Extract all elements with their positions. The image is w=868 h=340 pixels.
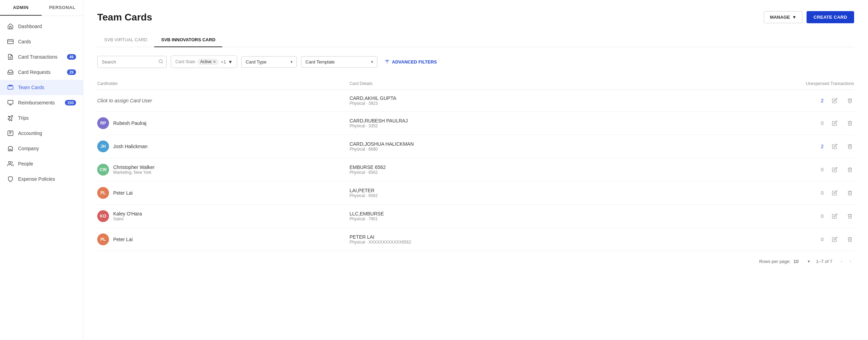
cardholder-cell: KO Kaley O'Hara Sales — [97, 210, 350, 222]
manage-label: MANAGE — [770, 15, 790, 20]
cardholder-cell: RP Rubesh Paulraj — [97, 117, 350, 129]
card-template-select[interactable]: Card Template — [301, 56, 377, 68]
create-card-button[interactable]: CREATE CARD — [807, 11, 854, 23]
tab-svb-virtual[interactable]: SVB VIRTUAL CARD — [97, 33, 154, 47]
badge-card-transactions: 49 — [67, 54, 76, 60]
manage-button[interactable]: MANAGE ▼ — [764, 11, 802, 23]
sidebar-item-card-requests[interactable]: Card Requests 29 — [0, 65, 83, 80]
cardholder-info: Christopher Walker Marketing, New York — [113, 164, 155, 175]
rows-per-page-select[interactable]: 10 25 50 — [793, 259, 804, 264]
active-label: Active — [200, 59, 211, 64]
transactions-cell: 0 — [602, 165, 854, 174]
tx-count: 0 — [821, 237, 824, 242]
card-state-select[interactable]: Card State Active ✕ +1 ▼ — [171, 56, 237, 68]
card-template-wrapper: Card Template ▼ — [301, 56, 377, 68]
sidebar-item-company[interactable]: Company — [0, 141, 83, 156]
tab-personal[interactable]: PERSONAL — [42, 0, 83, 16]
card-state-chevron-icon: ▼ — [228, 59, 233, 65]
sidebar-item-cards[interactable]: Cards — [0, 34, 83, 49]
avatar: PL — [97, 187, 109, 199]
cardholder-name: Kaley O'Hara — [113, 211, 142, 216]
col-cardholder: Cardholder — [97, 81, 350, 86]
cardholder-cell: PL Peter Lai — [97, 233, 350, 245]
sidebar-label-people: People — [18, 161, 76, 167]
reimbursements-icon — [7, 99, 14, 106]
card-type: Physical · 6680 — [350, 147, 602, 152]
sidebar-item-trips[interactable]: Trips — [0, 110, 83, 126]
delete-button[interactable] — [846, 119, 854, 127]
next-page-button[interactable]: › — [847, 257, 854, 266]
table-row: CW Christopher Walker Marketing, New Yor… — [97, 158, 854, 181]
svg-rect-6 — [8, 100, 13, 104]
card-type-select[interactable]: Card Type — [241, 56, 297, 68]
advanced-filters-button[interactable]: ADVANCED FILTERS — [384, 59, 437, 65]
sidebar-item-team-cards[interactable]: Team Cards — [0, 80, 83, 95]
cardholder-cell: Click to assign Card User — [97, 98, 350, 103]
sidebar: ADMIN PERSONAL Dashboard Cards Card Tran… — [0, 0, 83, 340]
cardholder-info: Peter Lai — [113, 190, 133, 196]
cardholder-name: Rubesh Paulraj — [113, 120, 147, 126]
receipt-icon — [7, 53, 14, 60]
table-header: Cardholder Card Details Unexpensed Trans… — [97, 78, 854, 90]
edit-button[interactable] — [831, 96, 839, 105]
sidebar-label-team-cards: Team Cards — [18, 85, 76, 90]
edit-button[interactable] — [831, 119, 839, 127]
card-details-cell: CARD,RUBESH PAULRAJ Physical · 3352 — [350, 118, 602, 128]
delete-button[interactable] — [846, 96, 854, 105]
sidebar-label-trips: Trips — [18, 115, 76, 121]
sidebar-label-accounting: Accounting — [18, 130, 76, 136]
manage-chevron-icon: ▼ — [792, 15, 796, 20]
col-unexpensed: Unexpensed Transactions — [602, 81, 854, 86]
tx-count: 2 — [821, 144, 824, 149]
remove-active-icon[interactable]: ✕ — [213, 60, 216, 64]
tab-svb-innovators[interactable]: SVB INNOVATORS CARD — [154, 33, 222, 47]
policy-icon — [7, 176, 14, 182]
building-icon — [7, 145, 14, 152]
delete-button[interactable] — [846, 165, 854, 174]
inbox-icon — [7, 69, 14, 76]
cardholder-info: Kaley O'Hara Sales — [113, 211, 142, 221]
sidebar-item-dashboard[interactable]: Dashboard — [0, 19, 83, 34]
plus-one-badge: +1 — [221, 59, 226, 65]
badge-reimbursements: 150 — [65, 100, 76, 105]
delete-button[interactable] — [846, 189, 854, 197]
edit-button[interactable] — [831, 165, 839, 174]
sidebar-item-people[interactable]: People — [0, 156, 83, 171]
sidebar-item-accounting[interactable]: Accounting — [0, 126, 83, 141]
card-name: CARD,JOSHUA HALICKMAN — [350, 141, 602, 147]
transactions-cell: 0 — [602, 235, 854, 244]
edit-button[interactable] — [831, 189, 839, 197]
cardholder-info: Rubesh Paulraj — [113, 120, 147, 126]
edit-button[interactable] — [831, 142, 839, 151]
delete-button[interactable] — [846, 235, 854, 244]
card-type-wrapper: Card Type ▼ — [241, 56, 297, 68]
cardholder-info: Josh Halickman — [113, 144, 148, 149]
table-row: PL Peter Lai LAI,PETER Physical · 6562 0 — [97, 181, 854, 205]
sidebar-item-card-transactions[interactable]: Card Transactions 49 — [0, 49, 83, 65]
search-box — [97, 56, 167, 68]
rows-per-page: Rows per page: 10 25 50 ▼ — [759, 259, 810, 264]
header-actions: MANAGE ▼ CREATE CARD — [764, 11, 854, 23]
edit-button[interactable] — [831, 212, 839, 220]
edit-button[interactable] — [831, 235, 839, 244]
transactions-cell: 0 — [602, 119, 854, 127]
team-cards-icon — [7, 84, 14, 91]
sidebar-item-reimbursements[interactable]: Reimbursements 150 — [0, 95, 83, 110]
search-input[interactable] — [97, 56, 167, 68]
unassigned-cardholder[interactable]: Click to assign Card User — [97, 98, 152, 103]
delete-button[interactable] — [846, 142, 854, 151]
filters-bar: Card State Active ✕ +1 ▼ Card Type ▼ — [97, 56, 854, 68]
card-name: PETER LAI — [350, 234, 602, 240]
prev-page-button[interactable]: ‹ — [838, 257, 845, 266]
delete-button[interactable] — [846, 212, 854, 220]
avatar: JH — [97, 141, 109, 152]
tab-admin[interactable]: ADMIN — [0, 0, 42, 16]
card-name: LAI,PETER — [350, 188, 602, 193]
card-state-label: Card State — [175, 59, 195, 64]
avatar: KO — [97, 210, 109, 222]
sidebar-item-expense-policies[interactable]: Expense Policies — [0, 171, 83, 187]
card-type: Physical · XXXXXXXXXXXX6562 — [350, 240, 602, 245]
card-state-filter[interactable]: Card State Active ✕ +1 ▼ — [171, 56, 237, 68]
svg-point-11 — [9, 161, 11, 163]
table-row: RP Rubesh Paulraj CARD,RUBESH PAULRAJ Ph… — [97, 112, 854, 135]
